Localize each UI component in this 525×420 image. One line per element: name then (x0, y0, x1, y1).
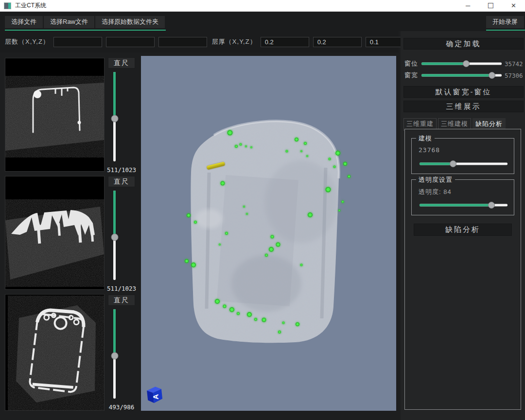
start-recording-button[interactable]: 开始录屏 (486, 16, 524, 28)
display-3d-button[interactable]: 三维展示 (403, 101, 524, 112)
defect-analysis-pane: 建模 23768 透明度设置 透明度: 84 缺陷分析 (404, 129, 521, 410)
layers-label: 层数（X,Y,Z） (5, 37, 50, 46)
slice-counter-3: 493/986 (106, 403, 137, 411)
slider-thumb[interactable] (111, 233, 118, 241)
ct-slice-view-2[interactable] (5, 176, 105, 290)
svg-text:A: A (151, 394, 159, 400)
defect-analysis-button[interactable]: 缺陷分析 (414, 224, 512, 236)
layers-x-input[interactable] (53, 37, 102, 47)
thickness-x-input[interactable] (261, 37, 309, 47)
record-button-wrap: 开始录屏 (486, 16, 525, 31)
params-toolbar: 层数（X,Y,Z） 层厚（X,Y,Z） (0, 31, 399, 52)
window-controls: ─ ☐ ✕ (456, 0, 525, 11)
app-icon (4, 3, 11, 9)
ct-slice-view-3[interactable] (5, 294, 105, 411)
slider-thumb[interactable] (450, 160, 456, 167)
select-raw-file-button[interactable]: 选择Raw文件 (44, 16, 94, 28)
select-raw-data-folder-button[interactable]: 选择原始数据文件夹 (95, 16, 165, 28)
confirm-load-button[interactable]: 确定加载 (403, 38, 524, 50)
window-level-row: 窗位 35742 (404, 60, 524, 68)
ruler-button-1[interactable]: 直尺 (108, 57, 135, 69)
window-level-value: 35742 (505, 60, 524, 68)
modeling-group: 建模 23768 (411, 138, 514, 174)
slider-track[interactable] (421, 63, 502, 65)
modeling-threshold-slider[interactable] (420, 160, 508, 168)
slider-thumb[interactable] (488, 202, 495, 209)
slice-slider-3[interactable] (108, 309, 135, 399)
default-window-button[interactable]: 默认窗宽-窗位 (403, 86, 524, 98)
modeling-threshold-value: 23768 (419, 146, 440, 154)
slice-slider-2[interactable] (108, 191, 135, 280)
thickness-label: 层厚（X,Y,Z） (212, 37, 257, 46)
window-width-label: 窗宽 (404, 71, 420, 80)
transparency-group-title: 透明度设置 (416, 175, 455, 184)
orientation-cube-icon[interactable]: A (144, 385, 163, 404)
window-width-row: 窗宽 57306 (404, 71, 524, 79)
window-width-slider[interactable] (421, 71, 502, 79)
layers-z-input[interactable] (158, 37, 207, 47)
slider-thumb[interactable] (111, 115, 118, 122)
transparency-group: 透明度设置 透明度: 84 (411, 179, 514, 215)
window-level-label: 窗位 (404, 59, 420, 68)
close-button[interactable]: ✕ (502, 0, 525, 11)
slider-thumb[interactable] (111, 352, 118, 359)
window-title: 工业CT系统 (15, 1, 46, 10)
slider-thumb[interactable] (489, 72, 495, 79)
maximize-button[interactable]: ☐ (479, 0, 502, 11)
file-button-group: 选择文件 选择Raw文件 选择原始数据文件夹 (5, 16, 166, 31)
transparency-slider[interactable] (420, 201, 508, 209)
layers-y-input[interactable] (106, 37, 155, 47)
slice-slider-1[interactable] (108, 72, 135, 161)
slice-counter-1: 511/1023 (106, 166, 137, 174)
title-bar: 工业CT系统 ─ ☐ ✕ (0, 0, 525, 12)
minimize-button[interactable]: ─ (456, 0, 479, 11)
file-toolbar: 选择文件 选择Raw文件 选择原始数据文件夹 开始录屏 (0, 12, 525, 31)
ruler-button-2[interactable]: 直尺 (108, 176, 135, 187)
ruler-button-3[interactable]: 直尺 (108, 295, 135, 306)
modeling-group-title: 建模 (416, 134, 435, 143)
slider-thumb[interactable] (463, 60, 470, 67)
3d-viewport[interactable]: A (141, 56, 396, 411)
thickness-y-input[interactable] (313, 37, 362, 47)
select-file-button[interactable]: 选择文件 (5, 16, 43, 28)
window-level-slider[interactable] (421, 60, 502, 68)
transparency-value-label: 透明度: 84 (419, 188, 452, 196)
window-width-value: 57306 (505, 72, 524, 79)
3d-model-render (141, 56, 396, 411)
ct-slice-view-1[interactable] (5, 58, 105, 172)
slice-counter-2: 511/1023 (106, 285, 137, 292)
slider-track[interactable] (420, 163, 508, 165)
